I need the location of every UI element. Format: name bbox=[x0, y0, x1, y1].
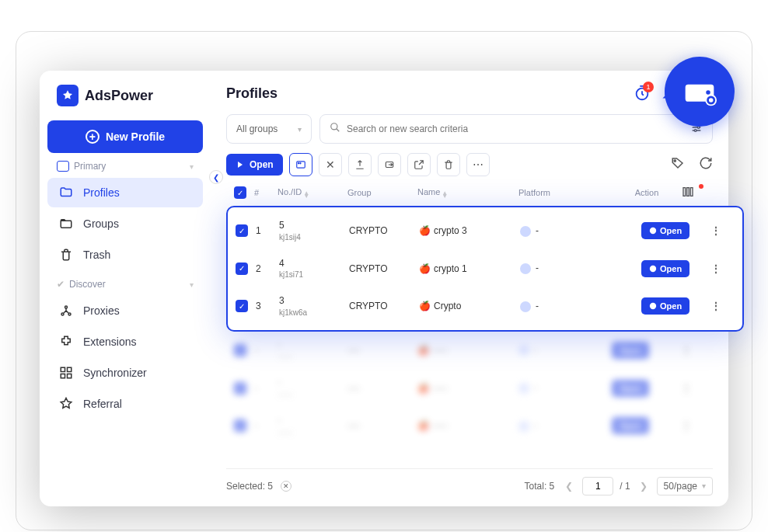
sidebar-item-referral[interactable]: Referral bbox=[47, 389, 203, 419]
search-container bbox=[319, 114, 713, 144]
row-id: 4kj1si71 bbox=[279, 258, 349, 280]
share-button[interactable] bbox=[407, 153, 431, 176]
sidebar-item-profiles[interactable]: Profiles bbox=[47, 178, 203, 207]
svg-rect-19 bbox=[687, 188, 689, 196]
svg-point-9 bbox=[331, 123, 337, 130]
bulk-open-label: Open bbox=[250, 159, 274, 170]
close-all-button[interactable]: ✕ bbox=[319, 153, 342, 176]
platform-icon bbox=[520, 301, 531, 312]
profiles-table-body: ✓ 1 5kj1sij4 CRYPTO 🍎crypto 3 - Open ⋮ ✓… bbox=[226, 206, 744, 332]
row-checkbox[interactable]: ✓ bbox=[236, 224, 248, 237]
nav-label: Proxies bbox=[83, 304, 120, 317]
chevron-down-icon: ▾ bbox=[298, 125, 302, 134]
sidebar-item-groups[interactable]: Groups bbox=[47, 209, 203, 238]
section-primary[interactable]: Primary ▾ bbox=[47, 153, 203, 176]
robot-icon bbox=[57, 161, 69, 172]
apple-icon: 🍎 bbox=[419, 225, 431, 236]
sidebar-item-extensions[interactable]: Extensions bbox=[47, 327, 203, 356]
col-id[interactable]: No./ID bbox=[278, 187, 302, 196]
row-index: 2 bbox=[256, 263, 279, 274]
sidebar-collapse-button[interactable]: ❮ bbox=[209, 170, 223, 184]
row-id: 3kj1kw6a bbox=[279, 295, 349, 318]
svg-point-14 bbox=[298, 163, 298, 164]
bulk-open-button[interactable]: Open bbox=[226, 154, 283, 176]
row-name: 🍎Crypto bbox=[419, 301, 520, 311]
svg-rect-13 bbox=[296, 162, 305, 168]
svg-point-2 bbox=[61, 313, 64, 315]
svg-point-22 bbox=[650, 266, 656, 272]
row-platform: - bbox=[520, 263, 641, 274]
sort-icon[interactable]: ▲▼ bbox=[303, 192, 309, 198]
brand-logo: AdsPower bbox=[47, 85, 203, 120]
row-open-button[interactable]: Open bbox=[641, 222, 689, 239]
apple-icon: 🍎 bbox=[419, 263, 431, 274]
row-group: CRYPTO bbox=[349, 263, 419, 274]
svg-point-21 bbox=[650, 228, 656, 234]
row-checkbox[interactable]: ✓ bbox=[236, 300, 248, 312]
page-total: / 1 bbox=[620, 481, 630, 492]
group-filter-select[interactable]: All groups ▾ bbox=[226, 114, 312, 144]
brand-text: AdsPower bbox=[85, 88, 153, 104]
star-icon bbox=[58, 397, 74, 411]
more-button[interactable]: ⋯ bbox=[466, 153, 490, 176]
row-name: 🍎crypto 3 bbox=[419, 225, 520, 236]
wallet-settings-bubble[interactable] bbox=[665, 57, 735, 127]
refresh-button[interactable] bbox=[699, 156, 713, 173]
new-profile-button[interactable]: + New Profile bbox=[47, 120, 203, 153]
row-id: 5kj1sij4 bbox=[279, 220, 349, 242]
sidebar-item-trash[interactable]: Trash bbox=[47, 240, 203, 269]
row-group: CRYPTO bbox=[349, 301, 419, 311]
tag-icon[interactable] bbox=[671, 156, 685, 173]
row-open-button[interactable]: Open bbox=[641, 297, 689, 315]
timer-icon[interactable]: 1 bbox=[634, 85, 651, 102]
section-primary-label: Primary bbox=[74, 161, 106, 172]
platform-icon bbox=[520, 263, 531, 274]
proxies-icon bbox=[58, 304, 74, 318]
sort-icon[interactable]: ▲▼ bbox=[442, 192, 448, 198]
extensions-icon bbox=[58, 335, 74, 349]
row-more-button[interactable]: ⋮ bbox=[711, 301, 720, 311]
section-discover[interactable]: ✔ Discover ▾ bbox=[47, 271, 203, 294]
table-row[interactable]: ✓ 1 5kj1sij4 CRYPTO 🍎crypto 3 - Open ⋮ bbox=[228, 212, 742, 250]
groups-icon bbox=[58, 217, 74, 231]
prev-page-button[interactable]: ❮ bbox=[562, 481, 576, 492]
col-name[interactable]: Name bbox=[417, 187, 440, 196]
page-input[interactable] bbox=[582, 477, 613, 495]
svg-point-1 bbox=[65, 306, 68, 308]
export-button[interactable] bbox=[348, 153, 372, 176]
select-all-checkbox[interactable]: ✓ bbox=[234, 186, 246, 199]
search-icon bbox=[330, 122, 340, 136]
browser-button[interactable] bbox=[289, 153, 312, 176]
synchronizer-icon bbox=[58, 366, 74, 380]
row-checkbox[interactable]: ✓ bbox=[236, 263, 248, 275]
per-page-select[interactable]: 50/page ▾ bbox=[657, 477, 713, 495]
plus-icon: + bbox=[86, 130, 99, 144]
move-button[interactable] bbox=[378, 153, 401, 176]
check-circle-icon: ✔ bbox=[57, 279, 65, 290]
apple-icon: 🍎 bbox=[419, 301, 431, 311]
row-index: 1 bbox=[256, 225, 279, 236]
sidebar-item-proxies[interactable]: Proxies bbox=[47, 296, 203, 325]
row-more-button[interactable]: ⋮ bbox=[711, 263, 720, 274]
columns-settings-icon[interactable] bbox=[682, 186, 705, 200]
svg-rect-18 bbox=[683, 188, 686, 196]
search-input[interactable] bbox=[347, 123, 684, 134]
svg-rect-20 bbox=[690, 188, 693, 196]
next-page-button[interactable]: ❯ bbox=[637, 481, 651, 492]
new-profile-label: New Profile bbox=[106, 130, 165, 143]
chevron-down-icon: ▾ bbox=[190, 162, 194, 171]
selected-count: Selected: 5 bbox=[226, 481, 273, 492]
delete-button[interactable] bbox=[437, 153, 460, 176]
row-more-button[interactable]: ⋮ bbox=[711, 225, 720, 236]
clear-selection-button[interactable]: ✕ bbox=[281, 481, 291, 492]
sidebar-item-synchronizer[interactable]: Synchronizer bbox=[47, 358, 203, 388]
folder-icon bbox=[58, 186, 74, 200]
table-row[interactable]: ✓ 2 4kj1si71 CRYPTO 🍎crypto 1 - Open ⋮ bbox=[228, 250, 742, 288]
table-row[interactable]: ✓ 3 3kj1kw6a CRYPTO 🍎Crypto - Open ⋮ bbox=[228, 287, 742, 325]
col-group: Group bbox=[347, 188, 417, 197]
row-open-button[interactable]: Open bbox=[641, 260, 689, 277]
svg-point-3 bbox=[68, 313, 71, 315]
row-platform: - bbox=[520, 301, 641, 312]
row-platform: - bbox=[520, 225, 641, 237]
section-discover-label: Discover bbox=[69, 279, 106, 290]
